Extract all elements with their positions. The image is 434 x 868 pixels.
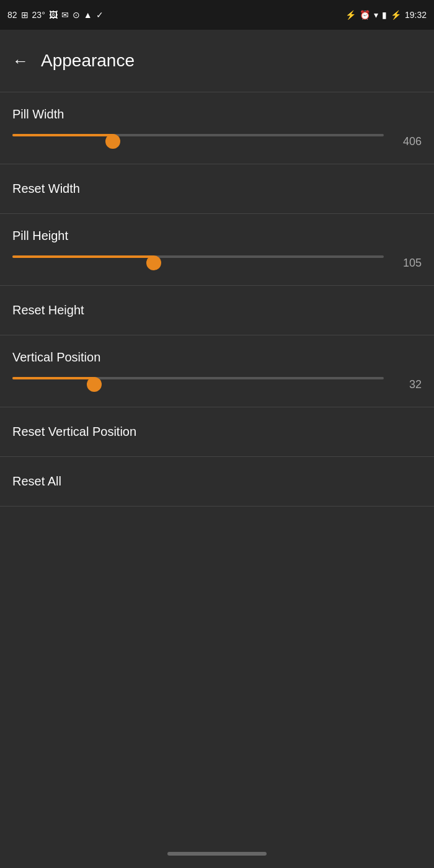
pill-width-section: Pill Width 406 <box>0 92 434 164</box>
pill-width-value: 406 <box>394 135 422 148</box>
bluetooth-icon: ⚡ <box>345 10 356 20</box>
mail-icon: ✉ <box>61 10 69 20</box>
app-bar: ← Appearance <box>0 30 434 92</box>
reset-width-label: Reset Width <box>12 182 422 196</box>
track-fill-3 <box>12 377 94 379</box>
vertical-position-label: Vertical Position <box>12 350 422 365</box>
pill-height-thumb[interactable] <box>146 255 161 270</box>
temperature: 23° <box>32 10 45 20</box>
pill-width-label: Pill Width <box>12 107 422 122</box>
reset-all-label: Reset All <box>12 474 422 489</box>
reset-vertical-position-label: Reset Vertical Position <box>12 425 422 439</box>
status-right: ⚡ ⏰ ▾ ▮ ⚡ 19:32 <box>345 10 427 20</box>
reset-height-label: Reset Height <box>12 303 422 317</box>
time: 19:32 <box>405 10 427 20</box>
vertical-position-slider-row: 32 <box>12 377 422 392</box>
pill-width-slider-row: 406 <box>12 134 422 149</box>
pill-height-section: Pill Height 105 <box>0 214 434 285</box>
pill-width-thumb[interactable] <box>105 134 120 149</box>
settings-container: Pill Width 406 Reset Width Pill Height 1… <box>0 92 434 507</box>
page-title: Appearance <box>41 51 135 71</box>
vertical-position-track <box>12 377 384 392</box>
gallery-icon: 🖼 <box>49 10 58 20</box>
grid-icon: ⊞ <box>21 10 29 20</box>
pill-height-label: Pill Height <box>12 229 422 243</box>
reset-vertical-position-action[interactable]: Reset Vertical Position <box>0 407 434 456</box>
pill-height-value: 105 <box>394 257 422 270</box>
reset-height-action[interactable]: Reset Height <box>0 286 434 335</box>
track-fill <box>12 134 113 136</box>
battery-icon: ⚡ <box>391 10 401 20</box>
status-left: 82 ⊞ 23° 🖼 ✉ ⊙ ▲ ✓ <box>7 10 104 20</box>
reset-all-action[interactable]: Reset All <box>0 457 434 506</box>
wifi-icon: ▾ <box>374 10 378 20</box>
pill-width-track <box>12 134 384 149</box>
track-fill-2 <box>12 255 154 258</box>
signal-icon: ▮ <box>382 10 387 20</box>
notification-count: 82 <box>7 10 17 20</box>
home-indicator <box>167 852 267 856</box>
status-bar: 82 ⊞ 23° 🖼 ✉ ⊙ ▲ ✓ ⚡ ⏰ ▾ ▮ ⚡ 19:32 <box>0 0 434 30</box>
check-icon: ✓ <box>96 10 104 20</box>
pill-height-track <box>12 255 384 270</box>
vertical-position-section: Vertical Position 32 <box>0 335 434 407</box>
vertical-position-thumb[interactable] <box>87 377 102 392</box>
back-button[interactable]: ← <box>12 51 29 71</box>
cloud-icon: ▲ <box>84 10 92 20</box>
settings-icon: ⊙ <box>73 10 80 20</box>
vertical-position-value: 32 <box>394 378 422 391</box>
pill-height-slider-row: 105 <box>12 255 422 270</box>
divider-7 <box>0 506 434 507</box>
reset-width-action[interactable]: Reset Width <box>0 164 434 213</box>
alarm-icon: ⏰ <box>360 10 370 20</box>
